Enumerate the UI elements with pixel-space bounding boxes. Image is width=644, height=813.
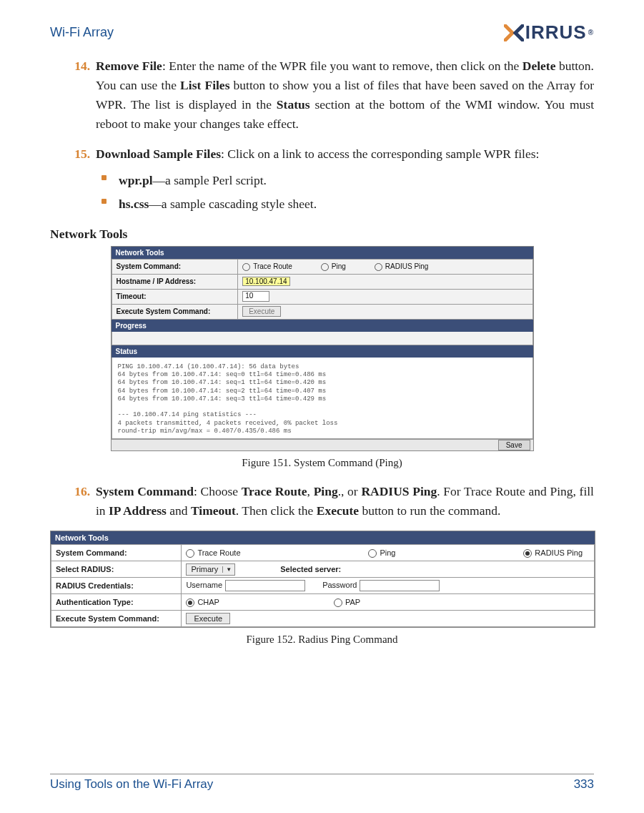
radio-icon [321,263,329,271]
execute-button[interactable]: Execute [186,613,230,624]
option-trace-route[interactable]: Trace Route [186,548,240,558]
timeout-input[interactable]: 10 [242,291,269,302]
list-item-15: 15. Download Sample Files: Click on a li… [96,144,594,214]
progress-body [112,332,533,345]
item-label: System Command [96,484,194,498]
row-label: RADIUS Credentials: [51,578,182,594]
bullet-item: wpr.pl—a sample Perl script. [119,171,594,190]
row-label: Execute System Command: [51,611,182,627]
panel-header: Network Tools [51,531,595,544]
password-input[interactable] [360,580,440,591]
figure-151-caption: Figure 151. System Command (Ping) [50,457,594,469]
bullet-dot-icon [101,199,106,204]
item-number: 15. [67,144,90,164]
item-number: 14. [67,56,90,76]
option-pap[interactable]: PAP [334,598,360,607]
select-radius-dropdown[interactable]: Primary ▼ [186,563,235,576]
option-chap[interactable]: CHAP [186,598,219,607]
bullet-dot-icon [101,175,106,180]
execute-button[interactable]: Execute [242,306,281,317]
dropdown-arrow-icon: ▼ [222,566,234,573]
radio-icon [186,598,194,607]
item-number: 16. [67,482,90,501]
option-ping[interactable]: Ping [368,548,395,558]
row-label: Select RADIUS: [51,561,182,578]
username-input[interactable] [225,580,305,591]
radio-icon [375,263,382,271]
progress-header: Progress [112,320,533,332]
option-radius-ping[interactable]: RADIUS Ping [523,548,583,558]
status-output: PING 10.100.47.14 (10.100.47.14): 56 dat… [112,358,533,439]
page-number: 333 [574,777,594,792]
row-label: Timeout: [112,289,238,304]
row-label: System Command: [112,259,238,274]
radio-icon [186,549,194,558]
logo-text: IRRUS [525,21,587,44]
option-ping[interactable]: Ping [321,262,346,271]
logo: IRRUS® [504,21,594,44]
list-item-16: 16. System Command: Choose Trace Route, … [96,482,594,521]
selected-server-label: Selected server: [280,565,341,573]
header-title: Wi-Fi Array [50,25,114,40]
logo-reg-mark: ® [588,29,594,36]
radio-icon [368,549,377,558]
password-label: Password [322,581,357,589]
radio-icon [242,263,250,271]
list-item-14: 14. Remove File: Enter the name of the W… [96,56,594,134]
row-label: Hostname / IP Address: [112,274,238,289]
item-label: Remove File [96,59,162,73]
save-button[interactable]: Save [498,440,530,450]
username-label: Username [186,581,222,589]
status-header: Status [112,345,533,358]
logo-x-icon [504,24,524,41]
figure-151-panel: Network Tools System Command: Trace Rout… [111,246,534,451]
radio-icon [334,598,342,607]
row-label: Authentication Type: [51,594,182,611]
item-label: Download Sample Files [96,147,221,161]
row-label: Execute System Command: [112,304,238,319]
option-radius-ping[interactable]: RADIUS Ping [375,262,429,271]
radio-icon [523,549,532,558]
section-title-network-tools: Network Tools [50,227,594,242]
figure-152-caption: Figure 152. Radius Ping Command [50,634,594,646]
option-trace-route[interactable]: Trace Route [242,262,292,271]
footer-title: Using Tools on the Wi-Fi Array [50,777,213,792]
bullet-item: hs.css—a sample cascading style sheet. [119,194,594,214]
figure-152-panel: Network Tools System Command: Trace Rout… [50,531,595,628]
hostname-input[interactable]: 10.100.47.14 [242,277,289,286]
row-label: System Command: [51,545,182,561]
panel-header: Network Tools [112,247,533,259]
